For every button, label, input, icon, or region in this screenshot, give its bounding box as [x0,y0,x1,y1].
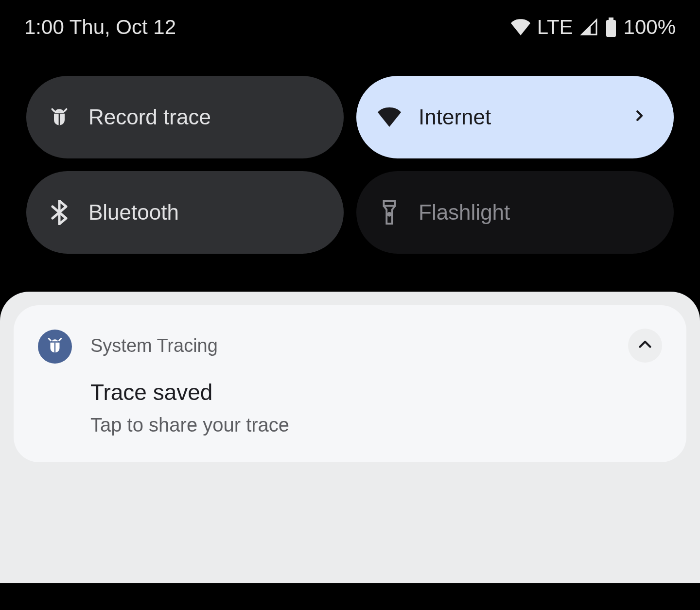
qs-tile-record-trace[interactable]: Record trace [26,76,344,158]
notification-collapse-button[interactable] [628,329,662,363]
chevron-up-icon [636,336,654,355]
wifi-status-icon [511,19,530,35]
bug-icon [46,336,64,357]
chevron-right-icon [632,108,649,126]
svg-rect-0 [609,17,613,20]
status-bar: 1:00 Thu, Oct 12 LTE 100% [0,0,700,49]
notification-app-name: System Tracing [90,335,218,356]
notification-app-icon-badge [38,330,72,364]
svg-rect-1 [606,20,616,37]
qs-tile-label: Record trace [88,105,319,129]
qs-tile-label: Internet [419,105,614,129]
qs-tile-bluetooth[interactable]: Bluetooth [26,171,344,254]
cellular-signal-icon [580,18,598,36]
notification-panel: System Tracing Trace saved Tap to share … [0,292,700,583]
battery-icon [605,17,617,37]
battery-percentage: 100% [624,16,676,39]
notification-body: Tap to share your trace [90,414,662,436]
bluetooth-icon [48,201,71,224]
network-type-label: LTE [537,16,573,39]
quick-settings-panel: Record trace Internet Bluetooth [0,49,700,254]
notification-content: System Tracing Trace saved Tap to share … [90,329,662,436]
flashlight-icon [378,201,401,224]
qs-tile-internet[interactable]: Internet [356,76,674,158]
qs-tile-flashlight[interactable]: Flashlight [356,171,674,254]
status-time-date: 1:00 Thu, Oct 12 [24,16,176,39]
qs-tile-label: Bluetooth [88,200,319,225]
notification-card[interactable]: System Tracing Trace saved Tap to share … [14,305,686,462]
svg-point-4 [388,213,391,216]
notification-title: Trace saved [90,379,662,405]
status-indicators: LTE 100% [511,16,676,39]
svg-rect-3 [384,201,395,206]
bug-icon [48,105,71,129]
wifi-icon [378,105,401,129]
qs-tile-label: Flashlight [419,200,649,225]
